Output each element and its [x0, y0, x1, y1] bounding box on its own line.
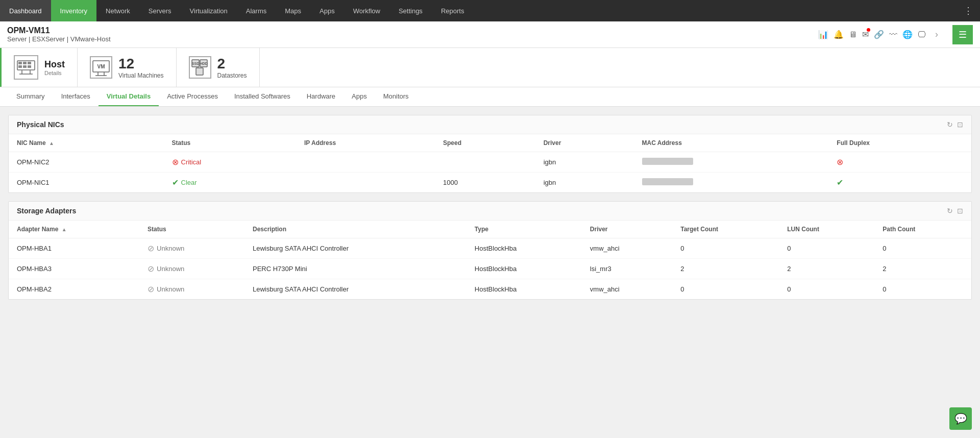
col-status: Status [164, 134, 297, 152]
nic-mac [634, 173, 829, 193]
nic-driver: igbn [535, 152, 634, 173]
col-driver: Driver [582, 221, 672, 238]
adapter-description: Lewisburg SATA AHCI Controller [244, 279, 467, 300]
svg-rect-2 [18, 65, 22, 68]
adapter-description: Lewisburg SATA AHCI Controller [244, 238, 467, 259]
adapter-name: OPM-HBA1 [9, 238, 139, 259]
nic-speed [435, 152, 535, 173]
nav-network[interactable]: Network [96, 0, 139, 21]
adapter-lun-count: 2 [779, 259, 874, 279]
sub-header: OPM-VM11 Server | ESXServer | VMware-Hos… [0, 21, 980, 48]
adapter-type: HostBlockHba [467, 238, 582, 259]
svg-rect-19 [196, 68, 203, 75]
nic-name: OPM-NIC2 [9, 152, 164, 173]
host-sublabel: Details [44, 70, 65, 76]
svg-text:HDD: HDD [200, 62, 207, 65]
tab-interfaces[interactable]: Interfaces [53, 87, 99, 106]
tab-hardware[interactable]: Hardware [299, 87, 344, 106]
vm-section[interactable]: VM 12 Virtual Machines [78, 48, 177, 87]
tab-installed-softwares[interactable]: Installed Softwares [226, 87, 299, 106]
top-nav: Dashboard Inventory Network Servers Virt… [0, 0, 980, 21]
host-label: Host [44, 59, 65, 70]
nic-full-duplex: ✔ [828, 173, 971, 193]
tab-summary[interactable]: Summary [8, 87, 53, 106]
status-badge: ✔Clear [172, 178, 288, 187]
refresh-icon[interactable]: ↻ [947, 207, 953, 215]
nav-reports[interactable]: Reports [432, 0, 474, 21]
col-adapter-name: Adapter Name ▲ [9, 221, 139, 238]
monitor-icon[interactable]: 🖵 [918, 30, 926, 39]
col-path-count: Path Count [874, 221, 971, 238]
tab-monitors[interactable]: Monitors [375, 87, 417, 106]
col-nic-name: NIC Name ▲ [9, 134, 164, 152]
physical-nics-title: Physical NICs [17, 120, 947, 129]
adapter-path-count: 0 [874, 279, 971, 300]
status-badge: ⊘Unknown [148, 284, 236, 294]
datastore-section[interactable]: SSD HDD 2 Datastores [177, 48, 260, 87]
vm-icon: VM [90, 56, 112, 79]
tab-virtual-details[interactable]: Virtual Details [99, 87, 159, 106]
storage-adapters-header: Storage Adapters ↻ ⊡ [9, 202, 971, 221]
sort-arrow: ▲ [49, 140, 54, 146]
physical-nics-header-icons: ↻ ⊡ [947, 120, 963, 129]
nav-dashboard[interactable]: Dashboard [0, 0, 51, 21]
adapter-target-count: 2 [672, 259, 779, 279]
globe-icon[interactable]: 🌐 [902, 30, 913, 39]
adapter-lun-count: 0 [779, 279, 874, 300]
bell-icon[interactable]: 🔔 [834, 30, 844, 39]
adapter-status: ⊘Unknown [139, 259, 244, 279]
refresh-icon[interactable]: ↻ [947, 120, 953, 129]
adapter-driver: vmw_ahci [582, 279, 672, 300]
physical-nics-table: NIC Name ▲ Status IP Address Speed Drive… [9, 134, 971, 192]
adapter-type: HostBlockHba [467, 259, 582, 279]
nav-servers[interactable]: Servers [139, 0, 181, 21]
expand-button[interactable]: › [931, 27, 942, 42]
adapter-name: OPM-HBA2 [9, 279, 139, 300]
nav-maps[interactable]: Maps [276, 0, 310, 21]
mac-value [642, 158, 693, 165]
nav-settings[interactable]: Settings [389, 0, 432, 21]
status-badge: ⊘Unknown [148, 264, 236, 274]
adapter-path-count: 2 [874, 259, 971, 279]
nav-workflow[interactable]: Workflow [344, 0, 389, 21]
svg-rect-5 [28, 62, 31, 64]
nic-status: ✔Clear [164, 173, 297, 193]
nav-inventory[interactable]: Inventory [51, 0, 96, 21]
adapter-name: OPM-HBA3 [9, 259, 139, 279]
hamburger-button[interactable]: ☰ [952, 25, 973, 44]
adapter-status: ⊘Unknown [139, 238, 244, 259]
adapter-target-count: 0 [672, 279, 779, 300]
tab-active-processes[interactable]: Active Processes [159, 87, 226, 106]
adapter-driver: lsi_mr3 [582, 259, 672, 279]
col-status: Status [139, 221, 244, 238]
nic-ip [296, 152, 435, 173]
chart-icon[interactable]: 📊 [818, 30, 828, 39]
link-icon[interactable]: 🔗 [874, 30, 884, 39]
nav-virtualization[interactable]: Virtualization [181, 0, 237, 21]
full-duplex-icon: ⊗ [837, 158, 843, 166]
nav-alarms[interactable]: Alarms [237, 0, 276, 21]
sort-arrow: ▲ [62, 227, 67, 232]
entity-header: Host Details VM 12 Virtual Machines SSD [0, 48, 980, 87]
device-icon[interactable]: 🖥 [849, 30, 857, 39]
breadcrumb: Server | ESXServer | VMware-Host [7, 35, 111, 43]
tab-apps[interactable]: Apps [344, 87, 375, 106]
collapse-icon[interactable]: ⊡ [957, 120, 963, 129]
collapse-icon[interactable]: ⊡ [957, 207, 963, 215]
adapter-description: PERC H730P Mini [244, 259, 467, 279]
nav-apps[interactable]: Apps [310, 0, 344, 21]
nic-speed: 1000 [435, 173, 535, 193]
datastore-icon: SSD HDD [189, 56, 211, 79]
adapter-path-count: 0 [874, 238, 971, 259]
nav-more[interactable]: ⋮ [957, 0, 980, 21]
vm-label: Virtual Machines [118, 72, 164, 79]
mail-icon[interactable]: ✉ [862, 30, 869, 39]
nic-driver: igbn [535, 173, 634, 193]
full-duplex-icon: ✔ [837, 178, 843, 187]
nic-ip [296, 173, 435, 193]
adapter-driver: vmw_ahci [582, 238, 672, 259]
graph-icon[interactable]: 〰 [889, 30, 897, 39]
nic-full-duplex: ⊗ [828, 152, 971, 173]
svg-text:VM: VM [97, 64, 105, 69]
adapter-target-count: 0 [672, 238, 779, 259]
